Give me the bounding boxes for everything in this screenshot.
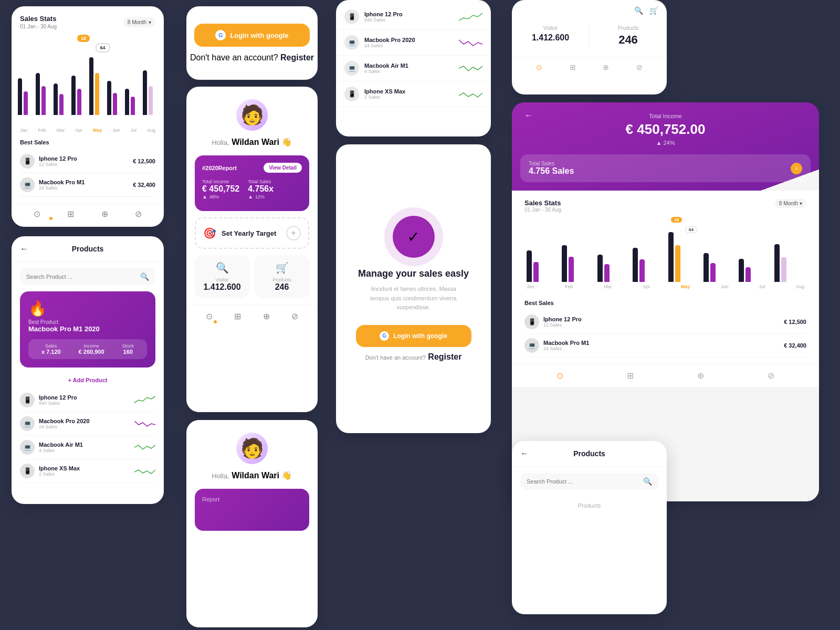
sparkline-icon	[134, 466, 155, 476]
month-select[interactable]: 8 Month ▾	[775, 199, 806, 208]
greeting-bc-name: Wildan Wari	[232, 471, 279, 480]
person-icon[interactable]: ⊘	[636, 63, 643, 71]
target-plus-button[interactable]: +	[286, 226, 301, 240]
sparkline-icon	[134, 395, 155, 405]
sparkline-icon	[459, 88, 482, 100]
nav-home-icon[interactable]: ⊙	[206, 311, 213, 321]
back-arrow[interactable]: ←	[20, 244, 28, 254]
bar-group-jun	[107, 81, 122, 115]
product-name-1: Iphone 12 Pro	[39, 155, 133, 162]
list-item: 📱 Iphone 12 Pro 840 Sales	[20, 388, 155, 412]
sales-date: 01 Jan - 30 Aug	[20, 24, 57, 29]
search-icon[interactable]: 🔍	[634, 6, 643, 15]
partial-purple-card: Report	[195, 489, 309, 531]
product-icon: 📱	[344, 87, 359, 101]
search-input[interactable]	[26, 274, 140, 280]
profile-bc-section: 🧑 Holla, Wildan Wari 👋	[186, 420, 318, 489]
list-item: 💻 Macbook Air M1 4 Sales	[20, 436, 155, 459]
search-icon: 🔍	[140, 272, 149, 281]
view-detail-button[interactable]: View Detail	[264, 163, 302, 173]
list-item: 💻 Macbook Pro 2020 24 Sales	[336, 30, 491, 56]
nav-active-dot	[214, 320, 217, 323]
product-sales-2: 24 Sales	[39, 185, 133, 191]
best-sales: Best Sales 📱 Iphone 12 Pro 12 Sales € 12…	[512, 293, 819, 364]
product-price-2: € 32,400	[133, 182, 155, 188]
bar-group-mar	[54, 83, 68, 115]
nav-bag-icon[interactable]: ⊕	[101, 209, 108, 219]
nav-grid-icon[interactable]: ⊞	[627, 371, 634, 381]
nav-grid-icon[interactable]: ⊞	[234, 311, 241, 321]
product-icon: 💻	[20, 440, 35, 455]
bar-group-jul	[125, 89, 140, 115]
search-bar[interactable]: 🔍	[20, 268, 155, 285]
target-left: 🎯 Set Yearly Target	[203, 227, 276, 239]
visitor-icon: 🔍	[201, 261, 243, 274]
profile-bottom-nav: ⊙ ⊞ ⊕ ⊘	[186, 304, 318, 328]
nav-home-icon[interactable]: ⊙	[556, 371, 563, 381]
chart-bars	[524, 219, 806, 282]
register-text: Don't have an account? Register	[365, 352, 462, 362]
bar-group-apr	[71, 76, 86, 115]
product-icon-2: 💻	[20, 177, 35, 192]
best-sales-title: Best Sales	[20, 139, 155, 145]
bar-group-aug	[143, 70, 158, 115]
nav-person-icon[interactable]: ⊘	[135, 209, 142, 219]
nav-bag-icon[interactable]: ⊕	[263, 311, 270, 321]
nav-home-icon[interactable]: ⊙	[34, 209, 40, 219]
register-link[interactable]: Register	[280, 53, 314, 62]
product-row-2: 💻 Macbook Pro M1 24 Sales € 32,400	[20, 173, 155, 197]
sparkline-icon	[459, 37, 482, 48]
list-item: 💻 Macbook Air M1 4 Sales	[336, 56, 491, 81]
stat-stock: Stock 160	[122, 343, 134, 355]
product-info: Macbook Pro 2020 24 Sales	[39, 418, 134, 429]
stats-bottom-icons: ⊙ ⊞ ⊕ ⊘	[512, 57, 667, 77]
product-info: Macbook Pro M1 24 Sales	[543, 340, 784, 351]
register-link[interactable]: Register	[428, 352, 461, 361]
bag-icon[interactable]: 🛒	[649, 6, 658, 15]
grid-icon[interactable]: ⊞	[570, 63, 576, 71]
product-info: Iphone 12 Pro 12 Sales	[543, 316, 784, 328]
products-stat: Products 246	[600, 25, 656, 47]
greeting-text: Holla, Wildan Wari 👋	[212, 137, 292, 147]
report-header: #2020Report View Detail	[202, 163, 302, 173]
top-icons: 🔍 🛒	[512, 0, 667, 15]
product-icon-1: 📱	[20, 154, 35, 169]
sparkline-icon	[459, 11, 482, 23]
google-logo-icon: G	[380, 331, 389, 341]
sales-title: Sales Stats	[20, 15, 57, 23]
report-tag: #2020Report	[202, 165, 237, 171]
google-login-btn-manage[interactable]: G Login with google	[356, 325, 471, 347]
visitor-box: 🔍 Visitor 1.412.600	[195, 255, 249, 298]
info-badge: i	[791, 163, 802, 174]
google-login-button[interactable]: G Login with google	[194, 24, 310, 47]
search-input-br[interactable]	[527, 478, 643, 485]
stats-tr-card: 🔍 🛒 Visitor 1.412.600 Products 246 ⊙ ⊞ ⊕…	[512, 0, 667, 94]
nav-person-icon[interactable]: ⊘	[768, 371, 774, 381]
product-icon: 💻	[20, 416, 35, 431]
sales-list-card: 📱 Iphone 12 Pro 840 Sales 💻 Macbook Pro …	[336, 0, 491, 136]
report-stats: Total Income € 450,752 ▲ 48% Total Sales…	[202, 179, 302, 200]
nav-bag-icon[interactable]: ⊕	[697, 371, 704, 381]
product-icon: 📱	[20, 393, 35, 407]
greeting-name: Wildan Wari	[232, 138, 279, 146]
search-bar-br[interactable]: 🔍	[520, 473, 658, 490]
month-select[interactable]: 8 Month ▾	[123, 17, 155, 27]
chart-header: Sales Stats 01 Jan - 30 Aug 8 Month ▾	[524, 199, 806, 213]
back-arrow[interactable]: ←	[520, 449, 529, 458]
chart-badge-orange: 18	[77, 35, 90, 42]
stats-values: Visitor 1.412.600 Products 246	[512, 15, 667, 57]
chart-labels: JanFebMarAprMayJunJulAug	[524, 282, 806, 289]
best-sales-section: Best Sales 📱 Iphone 12 Pro 12 Sales € 12…	[12, 135, 164, 201]
products-icon: 🛒	[261, 261, 303, 274]
products-br-card: ← Products 🔍 Products	[512, 441, 667, 614]
product-row: 📱 Iphone 12 Pro 12 Sales € 12,500	[524, 310, 806, 334]
product-icon: 📱	[344, 9, 359, 24]
register-text: Don't have an account? Register	[190, 53, 314, 62]
add-product-btn[interactable]: + Add Product	[12, 372, 164, 388]
nav-grid-icon[interactable]: ⊞	[67, 209, 74, 219]
nav-person-icon[interactable]: ⊘	[291, 311, 298, 321]
sales-header: Sales Stats 01 Jan - 30 Aug 8 Month ▾	[12, 6, 164, 34]
bag-icon[interactable]: ⊕	[603, 63, 609, 71]
clock-icon[interactable]: ⊙	[536, 63, 542, 71]
stat-income: Income € 260,900	[79, 343, 104, 355]
